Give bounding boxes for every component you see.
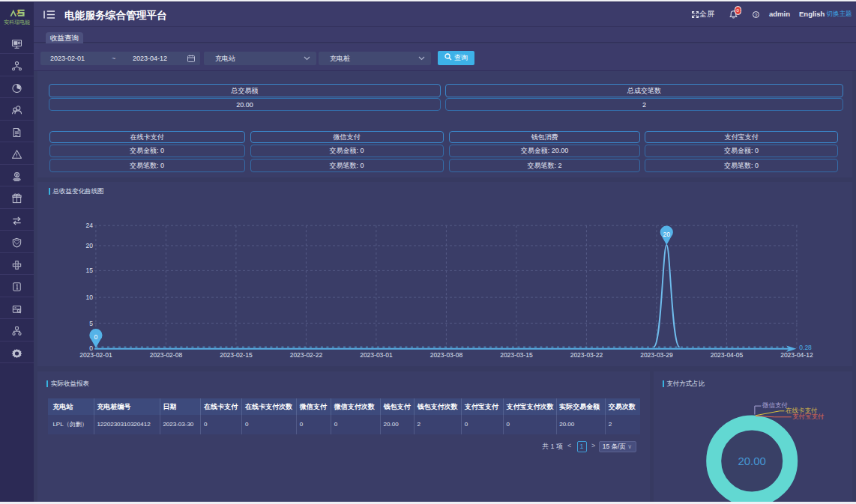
svg-text:20: 20 — [663, 230, 671, 237]
svg-text:2023-04-12: 2023-04-12 — [780, 350, 813, 358]
svg-text:2023-02-15: 2023-02-15 — [220, 350, 253, 358]
svg-text:2023-03-08: 2023-03-08 — [430, 350, 463, 358]
svg-text:10: 10 — [86, 294, 94, 301]
svg-text:0.28: 0.28 — [799, 344, 812, 351]
svg-text:2023-02-01: 2023-02-01 — [79, 350, 112, 358]
svg-text:15: 15 — [86, 267, 94, 274]
svg-text:20: 20 — [86, 242, 94, 249]
svg-text:2023-03-22: 2023-03-22 — [570, 350, 603, 358]
svg-text:24: 24 — [86, 222, 94, 229]
svg-text:2023-03-15: 2023-03-15 — [500, 350, 533, 358]
svg-text:2023-02-22: 2023-02-22 — [290, 350, 323, 358]
svg-text:5: 5 — [89, 319, 93, 327]
svg-text:2023-04-05: 2023-04-05 — [711, 350, 744, 358]
svg-text:2023-02-08: 2023-02-08 — [150, 350, 183, 358]
svg-text:支付宝支付: 支付宝支付 — [792, 413, 825, 420]
svg-text:0: 0 — [94, 333, 98, 341]
svg-text:微信支付: 微信支付 — [762, 401, 789, 409]
svg-text:2023-03-01: 2023-03-01 — [360, 350, 393, 358]
svg-text:2023-03-29: 2023-03-29 — [640, 350, 673, 358]
svg-text:20.00: 20.00 — [738, 455, 766, 467]
